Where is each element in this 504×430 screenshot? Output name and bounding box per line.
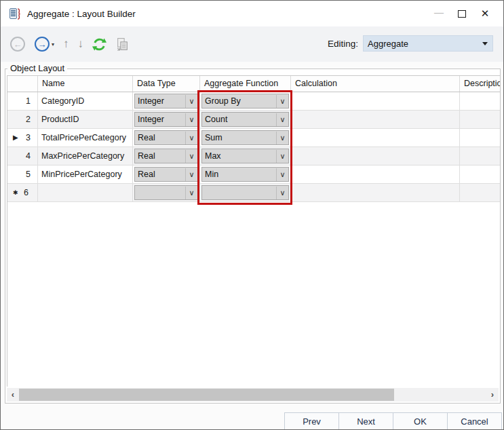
- column-header-description[interactable]: Description: [460, 76, 500, 92]
- row-selector[interactable]: ✱ 6: [7, 184, 38, 201]
- scrollbar-thumb[interactable]: [19, 389, 394, 401]
- name-cell[interactable]: TotalPricePerCategory: [38, 129, 133, 146]
- scroll-right-button[interactable]: ›: [486, 388, 499, 402]
- editing-label: Editing:: [328, 39, 358, 49]
- data-type-dropdown[interactable]: Real ∨: [134, 130, 198, 145]
- row-selector[interactable]: 4: [7, 147, 38, 165]
- horizontal-scrollbar[interactable]: ‹ ›: [7, 388, 499, 402]
- prev-button[interactable]: Prev: [284, 412, 339, 430]
- window-controls: — ✕: [427, 1, 497, 26]
- row-number: 3: [26, 129, 31, 146]
- column-header-name[interactable]: Name: [38, 76, 133, 92]
- combobox-caret-icon: [482, 42, 488, 45]
- calculation-cell[interactable]: [291, 165, 460, 183]
- calculation-cell[interactable]: [291, 184, 460, 201]
- calculation-cell[interactable]: [291, 129, 460, 146]
- forward-button[interactable]: →: [35, 37, 50, 52]
- ok-button[interactable]: OK: [393, 412, 448, 430]
- description-cell[interactable]: [460, 92, 500, 110]
- close-button[interactable]: ✕: [473, 3, 497, 24]
- calculation-cell[interactable]: [291, 111, 460, 128]
- row-number: 2: [26, 111, 31, 128]
- chevron-down-icon: ∨: [276, 150, 288, 163]
- description-cell[interactable]: [460, 111, 500, 128]
- chevron-down-icon: ∨: [276, 132, 288, 144]
- row-number: 1: [26, 92, 31, 110]
- data-type-dropdown[interactable]: Integer ∨: [134, 112, 198, 127]
- data-type-dropdown[interactable]: ∨: [134, 185, 198, 200]
- chevron-down-icon: ∨: [185, 150, 197, 163]
- row-number: 4: [26, 147, 31, 165]
- name-cell[interactable]: MinPricePerCategory: [38, 165, 133, 183]
- calculation-cell[interactable]: [291, 147, 460, 165]
- description-cell[interactable]: [460, 184, 500, 201]
- aggregate-function-dropdown[interactable]: Sum ∨: [201, 130, 289, 145]
- copy-layout-icon: [115, 37, 130, 52]
- copy-layout-button[interactable]: [115, 37, 130, 52]
- scroll-left-button[interactable]: ‹: [7, 388, 19, 402]
- data-type-value: Real: [135, 170, 185, 179]
- data-type-cell: ∨: [133, 184, 200, 201]
- column-header-calculation[interactable]: Calculation: [291, 76, 460, 92]
- toolbar: ← → ▾ ↑ ↓: [1, 26, 503, 62]
- editing-group: Editing: Aggregate: [328, 35, 493, 52]
- data-type-dropdown[interactable]: Real ∨: [134, 167, 198, 182]
- aggregate-function-dropdown[interactable]: ∨: [201, 185, 289, 200]
- aggregate-function-dropdown[interactable]: Count ∨: [201, 112, 289, 127]
- next-button[interactable]: Next: [338, 412, 393, 430]
- chevron-down-icon: ∨: [185, 168, 197, 181]
- chevron-down-icon: ∨: [276, 113, 288, 126]
- aggregate-function-dropdown[interactable]: Max ∨: [201, 149, 289, 163]
- row-selector[interactable]: 2: [7, 111, 38, 128]
- name-cell[interactable]: ProductID: [38, 111, 133, 128]
- table-row: 1 CategoryID Integer ∨ Group By ∨: [7, 92, 500, 111]
- minimize-icon: —: [434, 7, 444, 18]
- chevron-down-icon: ∨: [185, 95, 197, 108]
- chevron-down-icon: ∨: [276, 95, 288, 108]
- aggregate-function-dropdown[interactable]: Group By ∨: [201, 94, 289, 109]
- column-header-aggregate-function[interactable]: Aggregate Function: [200, 76, 291, 92]
- forward-dropdown-caret-icon[interactable]: ▾: [52, 41, 54, 47]
- data-type-dropdown[interactable]: Integer ∨: [134, 94, 198, 109]
- current-row-icon: ▶: [13, 129, 18, 146]
- name-cell[interactable]: CategoryID: [38, 92, 133, 110]
- app-icon: [9, 7, 22, 20]
- scrollbar-track[interactable]: [19, 388, 486, 402]
- calculation-cell[interactable]: [291, 92, 460, 110]
- data-type-dropdown[interactable]: Real ∨: [134, 149, 198, 163]
- move-up-button[interactable]: ↑: [63, 37, 69, 52]
- back-button[interactable]: ←: [10, 37, 25, 52]
- aggregate-function-dropdown[interactable]: Min ∨: [201, 167, 289, 182]
- layout-builder-dialog: Aggregate : Layout Builder — ✕ ← → ▾ ↑ ↓: [0, 0, 504, 430]
- move-down-button[interactable]: ↓: [78, 37, 84, 52]
- data-type-cell: Integer ∨: [133, 111, 200, 128]
- aggregate-function-value: Count: [202, 115, 276, 124]
- editing-combobox-value: Aggregate: [364, 39, 482, 49]
- aggregate-function-value: Sum: [202, 133, 276, 142]
- layout-grid: Name Data Type Aggregate Function Calcul…: [7, 75, 500, 387]
- name-cell[interactable]: MaxPricePerCategory: [38, 147, 133, 165]
- table-row: ✱ 6 ∨ ∨: [7, 184, 500, 202]
- table-row: 2 ProductID Integer ∨ Count ∨: [7, 111, 500, 129]
- chevron-down-icon: ∨: [185, 187, 197, 199]
- minimize-button[interactable]: —: [427, 3, 450, 24]
- description-cell[interactable]: [460, 165, 500, 183]
- refresh-icon: [92, 37, 107, 52]
- name-cell[interactable]: [38, 184, 133, 201]
- column-header-selector[interactable]: [7, 76, 38, 92]
- maximize-button[interactable]: [450, 3, 473, 24]
- forward-arrow-icon: →: [38, 39, 47, 50]
- row-selector[interactable]: ▶ 3: [7, 129, 38, 146]
- footer-buttons: Prev Next OK Cancel: [284, 412, 502, 430]
- editing-combobox[interactable]: Aggregate: [363, 35, 493, 52]
- description-cell[interactable]: [460, 129, 500, 146]
- cancel-button[interactable]: Cancel: [447, 412, 502, 430]
- row-selector[interactable]: 1: [7, 92, 38, 110]
- row-selector[interactable]: 5: [7, 165, 38, 183]
- description-cell[interactable]: [460, 147, 500, 165]
- close-icon: ✕: [481, 7, 490, 20]
- refresh-button[interactable]: [92, 37, 107, 52]
- aggregate-function-value: Min: [202, 170, 276, 179]
- column-header-data-type[interactable]: Data Type: [133, 76, 200, 92]
- table-row: 4 MaxPricePerCategory Real ∨ Max ∨: [7, 147, 500, 165]
